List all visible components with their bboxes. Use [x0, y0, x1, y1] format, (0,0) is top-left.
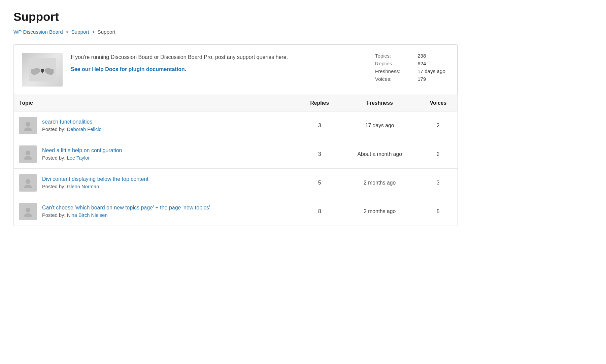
forum-description-text: If you're running Discussion Board or Di… [71, 53, 354, 62]
help-docs-link[interactable]: See our Help Docs for plugin documentati… [71, 66, 186, 72]
voices-value: 179 [417, 76, 449, 82]
freshness-cell: 2 months ago [340, 169, 418, 197]
table-row: Can't choose 'which board on new topics … [14, 197, 458, 226]
freshness-cell: 17 days ago [340, 111, 418, 140]
avatar [19, 174, 37, 192]
col-header-freshness: Freshness [340, 95, 418, 111]
svg-point-8 [24, 156, 32, 160]
replies-value: 624 [417, 61, 449, 66]
voices-cell: 5 [419, 197, 458, 226]
voices-label: Voices: [375, 76, 404, 82]
freshness-value: 17 days ago [417, 68, 449, 74]
forum-info-box: If you're running Discussion Board or Di… [14, 44, 458, 95]
topic-poster: Posted by: Lee Taylor [42, 155, 90, 161]
col-header-topic: Topic [14, 95, 299, 111]
topic-cell: Need a little help on configuration Post… [14, 140, 299, 169]
replies-label: Replies: [375, 61, 404, 66]
breadcrumb-link-support[interactable]: Support [71, 29, 89, 35]
topic-poster: Posted by: Nina Birch Nielsen [42, 212, 108, 218]
avatar [19, 145, 37, 163]
poster-link[interactable]: Deborah Felicio [67, 127, 102, 132]
freshness-cell: 2 months ago [340, 197, 418, 226]
svg-point-10 [24, 185, 32, 188]
topic-cell: search functionalities Posted by: Debora… [14, 111, 299, 140]
topics-table: Topic Replies Freshness Voices search fu… [14, 95, 458, 226]
svg-point-7 [26, 151, 30, 155]
topic-cell: Divi content displaying below the top co… [14, 169, 299, 197]
breadcrumb-separator-2: > [92, 29, 95, 35]
forum-description: If you're running Discussion Board or Di… [71, 53, 354, 72]
replies-cell: 3 [299, 111, 340, 140]
avatar [19, 203, 37, 220]
breadcrumb-current: Support [98, 29, 115, 35]
svg-point-11 [26, 208, 30, 212]
topic-title-link[interactable]: search functionalities [42, 119, 102, 125]
topic-title-link[interactable]: Divi content displaying below the top co… [42, 176, 148, 182]
voices-cell: 3 [419, 169, 458, 197]
svg-point-5 [26, 122, 30, 127]
forum-stats: Topics: 238 Replies: 624 Freshness: 17 d… [362, 53, 449, 82]
topic-poster: Posted by: Deborah Felicio [42, 127, 102, 132]
freshness-cell: About a month ago [340, 140, 418, 169]
svg-point-6 [24, 128, 32, 131]
replies-cell: 3 [299, 140, 340, 169]
replies-cell: 8 [299, 197, 340, 226]
replies-cell: 5 [299, 169, 340, 197]
svg-point-9 [26, 179, 30, 184]
table-row: Divi content displaying below the top co… [14, 169, 458, 197]
topics-label: Topics: [375, 53, 404, 59]
forum-thumbnail [22, 53, 63, 87]
topic-cell: Can't choose 'which board on new topics … [14, 197, 299, 226]
topics-value: 238 [417, 53, 449, 59]
col-header-voices: Voices [419, 95, 458, 111]
poster-link[interactable]: Nina Birch Nielsen [67, 212, 108, 218]
topic-title-link[interactable]: Can't choose 'which board on new topics … [42, 205, 210, 211]
poster-link[interactable]: Lee Taylor [67, 155, 90, 161]
forum-outer-container: If you're running Discussion Board or Di… [13, 44, 458, 226]
table-row: Need a little help on configuration Post… [14, 140, 458, 169]
breadcrumb-separator-1: > [66, 29, 69, 35]
col-header-replies: Replies [299, 95, 340, 111]
svg-point-12 [24, 213, 32, 217]
voices-cell: 2 [419, 140, 458, 169]
table-header-row: Topic Replies Freshness Voices [14, 95, 458, 111]
voices-cell: 2 [419, 111, 458, 140]
table-row: search functionalities Posted by: Debora… [14, 111, 458, 140]
topic-title-link[interactable]: Need a little help on configuration [42, 147, 122, 154]
page-title: Support [13, 10, 458, 24]
freshness-label: Freshness: [375, 68, 404, 74]
topic-poster: Posted by: Glenn Norman [42, 184, 99, 189]
breadcrumb-link-wpdiscussionboard[interactable]: WP Discussion Board [13, 29, 63, 35]
breadcrumb: WP Discussion Board > Support > Support [13, 29, 458, 35]
poster-link[interactable]: Glenn Norman [67, 184, 99, 189]
avatar [19, 117, 37, 134]
